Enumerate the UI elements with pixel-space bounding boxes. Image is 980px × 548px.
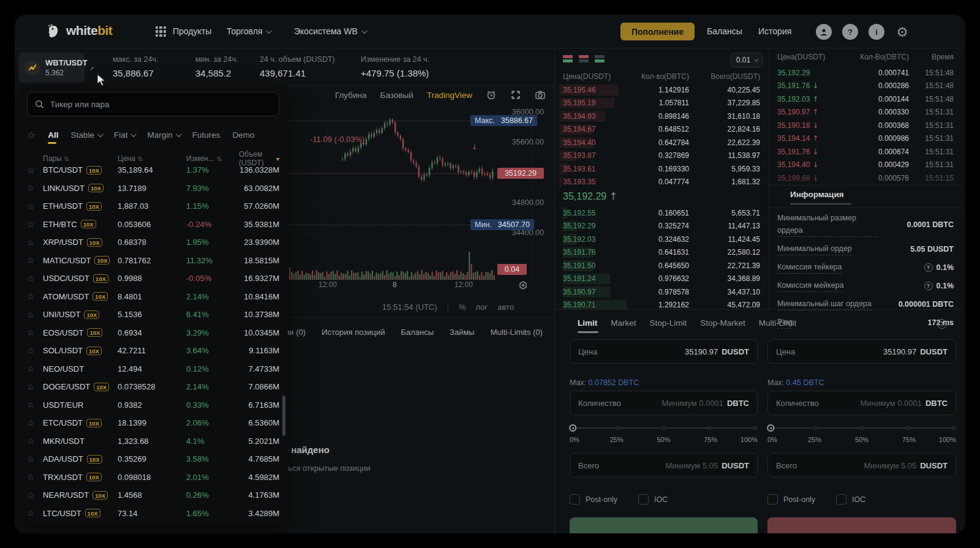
pairs-row[interactable]: ☆SOL/USDT10X42.72113.64%9.1163M: [27, 342, 279, 360]
slider-thumb[interactable]: [569, 424, 576, 432]
log-scale-button[interactable]: лог: [476, 302, 488, 312]
positions-tab-3[interactable]: Займы: [450, 328, 475, 337]
orderbook-view-bids-icon[interactable]: [595, 55, 605, 64]
help-icon[interactable]: ?: [924, 282, 933, 290]
favorite-star-icon[interactable]: ☆: [27, 418, 43, 428]
favorite-star-icon[interactable]: ☆: [27, 436, 43, 446]
pairs-row[interactable]: ☆NEO/USDT12.4940.12%7.4733M: [27, 360, 279, 378]
pairs-row[interactable]: ☆LINK/USDT10X13.71897.93%63.0082M: [27, 179, 279, 198]
buy-total-input[interactable]: Всего Минимум 5.05DUSDT: [570, 453, 758, 478]
orderbook-bid-row[interactable]: 35,192.030.32463211,424.45: [563, 233, 760, 246]
sort-change[interactable]: Измен...⇅: [186, 154, 239, 163]
sell-quantity-input[interactable]: Количество Минимум 0.0001DBTC: [767, 391, 956, 415]
pairs-row[interactable]: ☆ATOM/USDT10X8.48012.14%10.8416M: [27, 288, 279, 306]
pairs-row[interactable]: ☆XRP/USDT10X0.683781.95%23.9390M: [27, 233, 279, 252]
slider-thumb[interactable]: [767, 424, 774, 432]
orderbook-last-price[interactable]: 35,192.29 ↑: [563, 190, 617, 202]
pairs-row[interactable]: ☆ETH/USDT10X1,887.031.15%57.0260M: [27, 197, 279, 216]
auto-scale-button[interactable]: авто: [497, 302, 514, 312]
sort-price[interactable]: Цена⇅: [118, 154, 186, 163]
deposit-button[interactable]: Пополнение: [620, 23, 695, 40]
sort-volume[interactable]: Объем (USDT)▾: [239, 150, 279, 167]
pairs-row[interactable]: ☆EOS/USDT10X0.69343.29%10.0345M: [27, 324, 279, 342]
orderbook-ask-row[interactable]: 35,193.610.1693305,959.33: [563, 162, 760, 176]
orderbook-bid-row[interactable]: 35,192.290.32527411,447.13: [563, 220, 760, 233]
positions-tab-1[interactable]: История позиций: [322, 328, 385, 337]
favorite-star-icon[interactable]: ☆: [27, 291, 43, 301]
pairs-row[interactable]: ☆TRX/USDT10X0.0980182.01%4.5982M: [27, 468, 279, 487]
pairs-row[interactable]: ☆USDT/EUR0.93820.33%6.7163M: [27, 396, 279, 415]
favorite-star-icon[interactable]: ☆: [27, 255, 43, 265]
favorite-star-icon[interactable]: ☆: [27, 201, 43, 211]
buy-submit-button[interactable]: [570, 517, 758, 533]
orderbook-view-asks-icon[interactable]: [579, 55, 589, 64]
apps-grid-icon[interactable]: [156, 26, 166, 37]
favorite-star-icon[interactable]: ☆: [27, 219, 43, 229]
nav-trade[interactable]: Торговля: [227, 26, 270, 36]
buy-price-input[interactable]: Цена 35190.97DUSDT: [570, 339, 758, 364]
pairs-row[interactable]: ☆ETH/BTC10X0.053606-0.24%35.9381M: [27, 216, 279, 234]
buy-amount-slider[interactable]: [572, 427, 755, 429]
trade-row[interactable]: 35,191.76 ↓0.00028615:51:48: [777, 80, 954, 93]
pair-tab-futures[interactable]: Futures: [192, 130, 221, 140]
pairs-row[interactable]: ☆USDC/USDT10X0.9988-0.05%16.9327M: [27, 269, 279, 288]
pair-tab-stable[interactable]: Stable: [71, 130, 102, 140]
orderbook-bid-row[interactable]: 35,192.550.1606515,653.71: [563, 206, 760, 220]
orderbook-view-both-icon[interactable]: [563, 55, 573, 64]
buy-post-only-checkbox[interactable]: Post-only: [570, 494, 617, 505]
favorite-star-icon[interactable]: ☆: [27, 310, 43, 320]
orderbook-bid-row[interactable]: 35,191.760.64163122,580.12: [563, 246, 760, 260]
pairs-row[interactable]: ☆NEAR/USDT10X1.45680.26%4.1763M: [27, 486, 279, 505]
nav-ecosystem[interactable]: Экосистема WB: [294, 26, 366, 36]
orderbook-ask-row[interactable]: 35,193.350.0477741,681.32: [563, 176, 760, 189]
trade-row[interactable]: 35,194.14 ↑0.00098615:51:31: [777, 132, 954, 146]
sell-price-input[interactable]: Цена 35190.97DUSDT: [767, 339, 956, 364]
buy-quantity-input[interactable]: Количество Минимум 0.0001DBTC: [570, 391, 758, 415]
pair-tab-margin[interactable]: Margin: [147, 130, 179, 140]
pair-search-box[interactable]: [27, 92, 279, 116]
pairs-row[interactable]: ☆MATIC/USDT10X0.78176211.32%18.5815M: [27, 252, 279, 270]
pairs-row[interactable]: ☆DOGE/USDT10X0.07385282.14%7.0866M: [27, 378, 279, 396]
trade-row[interactable]: 35,192.03 ↑0.00014415:51:48: [777, 92, 954, 106]
sort-pairs[interactable]: Пары⇅: [43, 154, 118, 163]
favorite-star-icon[interactable]: ☆: [27, 165, 43, 175]
favorite-star-icon[interactable]: ☆: [27, 364, 43, 373]
scrollbar-thumb[interactable]: [282, 396, 285, 436]
orderbook-ask-row[interactable]: 35,194.670.64851222,824.16: [563, 123, 760, 137]
time-axis-settings-icon[interactable]: [518, 280, 528, 290]
favorite-star-icon[interactable]: ☆: [27, 183, 43, 193]
nav-balances[interactable]: Балансы: [707, 26, 742, 36]
orderbook-bid-row[interactable]: 35,190.970.97857834,437.10: [563, 285, 760, 299]
favorite-star-icon[interactable]: ☆: [27, 274, 43, 283]
nav-products[interactable]: Продукты: [173, 26, 211, 36]
sell-total-input[interactable]: Всего Минимум 5.05DUSDT: [767, 453, 956, 478]
percent-scale-button[interactable]: %: [459, 302, 466, 312]
pair-selector[interactable]: WBT/USDT 5.362: [18, 53, 85, 83]
positions-tab-4[interactable]: Multi-Limits (0): [491, 328, 543, 337]
pairs-row[interactable]: ☆UNI/USDT10X5.15366.41%10.3738M: [27, 306, 279, 324]
favorite-star-icon[interactable]: ☆: [27, 490, 43, 500]
info-tab[interactable]: Информация: [790, 190, 844, 199]
favorite-star-icon[interactable]: ☆: [27, 346, 43, 356]
nav-history[interactable]: История: [758, 26, 791, 36]
orderbook-bid-row[interactable]: 35,190.711.29216245,472.09: [563, 299, 760, 310]
orderbook-ask-row[interactable]: 35,193.870.32786911,538.97: [563, 149, 760, 163]
whitebit-logo[interactable]: whitebit: [45, 23, 112, 39]
orderbook-ask-row[interactable]: 35,194.400.64278422,622.39: [563, 136, 760, 149]
settings-gear-icon[interactable]: ⚙: [894, 24, 910, 40]
trade-row[interactable]: 35,191.76 ↓0.00067415:51:31: [777, 145, 954, 159]
favorite-star-icon[interactable]: ☆: [27, 328, 43, 337]
sell-post-only-checkbox[interactable]: Post-only: [767, 494, 815, 505]
positions-tab-2[interactable]: Балансы: [401, 328, 434, 337]
pair-tab-all[interactable]: All: [48, 130, 58, 140]
pairs-row[interactable]: ☆ETC/USDT10X18.13992.06%6.5360M: [27, 414, 279, 432]
sell-amount-slider[interactable]: [770, 427, 954, 429]
profile-icon[interactable]: [816, 24, 832, 40]
sell-submit-button[interactable]: [767, 517, 956, 533]
pairs-row[interactable]: ☆ADA/USDT10X0.352693.58%4.7685M: [27, 450, 279, 468]
pairs-row[interactable]: ☆LTC/USDT10X73.141.65%3.4289M: [27, 505, 279, 523]
orderbook-bid-row[interactable]: 35,191.240.97663234,368.89: [563, 272, 760, 286]
orderbook-precision-select[interactable]: 0.01: [730, 53, 763, 67]
trade-row[interactable]: 35,194.40 ↓0.00042915:51:31: [777, 159, 954, 172]
trade-row[interactable]: 35,190.18 ↓0.00036815:51:31: [777, 119, 954, 132]
